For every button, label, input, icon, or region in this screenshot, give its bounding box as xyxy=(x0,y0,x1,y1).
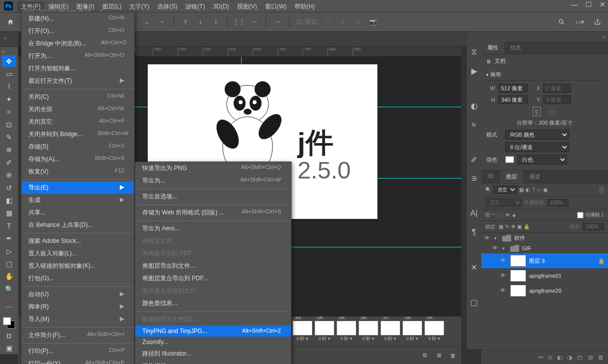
tab-info[interactable]: 信息 xyxy=(504,41,527,54)
menu-item[interactable]: 置入链接的智能对象(K)... xyxy=(21,260,134,272)
color-mode-select[interactable]: RGB 颜色 xyxy=(505,130,569,140)
menu-item[interactable]: 路径到 Illustrator... xyxy=(135,348,291,360)
unify-style-icon[interactable]: ◈ xyxy=(512,212,516,218)
menu-item[interactable]: 文件简介(F)...Alt+Shift+Ctrl+I xyxy=(21,329,134,342)
menu-item[interactable]: 颜色查找表... xyxy=(135,297,291,310)
align-right-icon[interactable]: ⫟ xyxy=(157,16,168,27)
magic-wand-tool[interactable]: ✦ xyxy=(2,93,16,105)
fill-select[interactable]: 白色 xyxy=(517,155,567,165)
path-select-tool[interactable]: ▷ xyxy=(2,245,16,257)
landscape-icon[interactable]: ▭ xyxy=(547,107,557,116)
layer-fx-icon[interactable]: fx xyxy=(548,354,552,361)
animation-frame[interactable]: 140 秒 ▾ xyxy=(314,321,334,342)
menu-item[interactable]: 在 Bridge 中浏览(B)...Alt+Ctrl+O xyxy=(21,37,134,50)
height-input[interactable] xyxy=(498,95,528,104)
menu-item[interactable]: 将图层复合导出到 PDF... xyxy=(135,272,291,285)
menu-item[interactable]: 快速导出为 PNGAlt+Shift+Ctrl+Q xyxy=(135,162,291,175)
menu-item[interactable]: 打开(O)...Ctrl+O xyxy=(21,25,134,37)
lock-image-icon[interactable]: ✎ xyxy=(505,224,509,229)
lock-position-icon[interactable]: ✥ xyxy=(511,224,515,229)
x-input[interactable] xyxy=(543,84,571,93)
portrait-icon[interactable]: ▯ xyxy=(533,107,541,116)
menu-item[interactable]: 恢复(V)F12 xyxy=(21,166,134,178)
filter-type-icon[interactable]: T xyxy=(532,187,535,192)
unify-visibility-icon[interactable]: 👁 xyxy=(505,212,510,218)
tab-channels[interactable]: 通道 xyxy=(523,171,546,183)
panel-collapse-icon[interactable]: « xyxy=(481,32,608,41)
frame-delay[interactable]: 0 秒 ▾ xyxy=(424,336,444,342)
stamp-tool[interactable]: ⊛ xyxy=(2,170,16,181)
delete-frame-icon[interactable]: 🗑 xyxy=(448,351,457,360)
menu-窗口[interactable]: 窗口(W) xyxy=(261,1,291,11)
frame-delay[interactable]: 0 秒 ▾ xyxy=(402,336,422,342)
align-center-h-icon[interactable]: ⫠ xyxy=(142,16,153,27)
more-icon[interactable]: ⋯ xyxy=(272,16,283,27)
link-layers-icon[interactable]: ⚯ xyxy=(538,354,543,361)
fill-swatch[interactable] xyxy=(505,156,514,163)
adjustments-icon[interactable]: ◐ xyxy=(469,101,479,111)
y-input[interactable] xyxy=(543,95,571,104)
menu-item[interactable]: 导出为 Aero... xyxy=(135,222,291,235)
animation-frame[interactable]: 130 秒 ▾ xyxy=(293,321,312,342)
width-input[interactable] xyxy=(498,84,528,93)
menu-item[interactable]: 存储为(A)...Shift+Ctrl+S xyxy=(21,153,134,166)
menu-item[interactable]: 存储为 Web 所用格式 (旧版) ...Alt+Shift+Ctrl+S xyxy=(135,206,291,219)
history-brush-tool[interactable]: ↺ xyxy=(2,182,16,193)
frame-delay[interactable]: 0 秒 ▾ xyxy=(293,336,312,342)
tool-presets-icon[interactable]: ✕ xyxy=(469,262,479,272)
menu-item[interactable]: 脚本(R)▶ xyxy=(21,301,134,313)
healing-tool[interactable]: ⊕ xyxy=(2,144,16,156)
expand-icon[interactable]: ▾ xyxy=(502,246,507,251)
menu-item[interactable]: 关闭(C)Ctrl+W xyxy=(21,91,134,103)
layer-thumbnail[interactable] xyxy=(510,285,526,297)
menu-item[interactable]: 搜索 Adobe Stock... xyxy=(21,235,134,247)
animation-frame[interactable]: 170 秒 ▾ xyxy=(380,321,400,342)
animation-frame[interactable]: 190 秒 ▾ xyxy=(424,321,444,342)
menu-item[interactable]: 导入(M)▶ xyxy=(21,313,134,326)
new-frame-icon[interactable]: ⊞ xyxy=(434,351,443,360)
menu-item[interactable]: Zoomify... xyxy=(135,337,291,348)
lock-all-icon[interactable]: 🔒 xyxy=(524,224,530,229)
menu-item[interactable]: TinyPNG and TinyJPG...Alt+Shift+Ctrl+Z xyxy=(135,326,291,337)
menu-3d[interactable]: 3D(D) xyxy=(209,1,233,11)
share-icon[interactable] xyxy=(592,16,603,27)
expand-icon[interactable]: ▾ xyxy=(494,236,499,241)
brush-tool[interactable]: ✐ xyxy=(2,157,16,168)
visibility-icon[interactable]: 👁 xyxy=(500,257,507,264)
menu-选择[interactable]: 选择(S) xyxy=(153,1,181,11)
filter-pixel-icon[interactable]: ▦ xyxy=(519,187,524,192)
layer-item[interactable]: 👁apngframe20 xyxy=(481,283,608,298)
crop-tool[interactable]: ⌗ xyxy=(2,106,16,118)
layer-group[interactable]: 👁▾软件 xyxy=(481,233,608,243)
visibility-icon[interactable]: 👁 xyxy=(492,245,499,252)
character-icon[interactable]: A| xyxy=(469,208,479,218)
delete-layer-icon[interactable]: 🗑 xyxy=(598,354,604,361)
brushes-icon[interactable]: ✐ xyxy=(469,155,479,165)
tab-3d[interactable]: 3D xyxy=(481,171,500,183)
history-icon[interactable]: ⧖ xyxy=(469,47,479,57)
menu-item[interactable]: 打印一份(Y)Alt+Shift+Ctrl+P xyxy=(21,358,134,364)
align-middle-icon[interactable]: ⫰ xyxy=(195,16,206,27)
new-layer-icon[interactable]: ⊞ xyxy=(588,354,593,361)
shape-tool[interactable]: ▢ xyxy=(2,258,16,269)
filter-smart-icon[interactable]: ▣ xyxy=(543,187,548,192)
adjustment-layer-icon[interactable]: ◑ xyxy=(567,354,572,361)
menu-item[interactable]: 最近打开文件(T)▶ xyxy=(21,75,134,87)
frame-delay[interactable]: 0 秒 ▾ xyxy=(358,336,378,342)
hand-tool[interactable]: ✋ xyxy=(2,271,16,282)
search-icon[interactable]: 🔍 xyxy=(485,187,491,192)
tween-icon[interactable]: ⧉ xyxy=(420,351,429,360)
frame-delay[interactable]: 0 秒 ▾ xyxy=(380,336,400,342)
brush-settings-icon[interactable]: ⚞ xyxy=(469,174,479,183)
libraries-icon[interactable]: ▢ xyxy=(469,297,479,307)
menu-item[interactable]: 将图层导出到文件... xyxy=(135,260,291,272)
align-top-icon[interactable]: ⫯ xyxy=(180,16,191,27)
menu-滤镜[interactable]: 滤镜(T) xyxy=(181,1,209,11)
paragraph-icon[interactable]: ¶ xyxy=(469,227,479,237)
filter-shape-icon[interactable]: ▱ xyxy=(537,187,541,192)
foreground-color[interactable] xyxy=(3,317,11,325)
frame-delay[interactable]: 0 秒 ▾ xyxy=(336,336,356,342)
menu-item[interactable]: 存储(S)Ctrl+S xyxy=(21,141,134,153)
layer-mask-icon[interactable]: ◐ xyxy=(557,354,562,361)
canvas-section-header[interactable]: 画布 xyxy=(486,69,603,81)
